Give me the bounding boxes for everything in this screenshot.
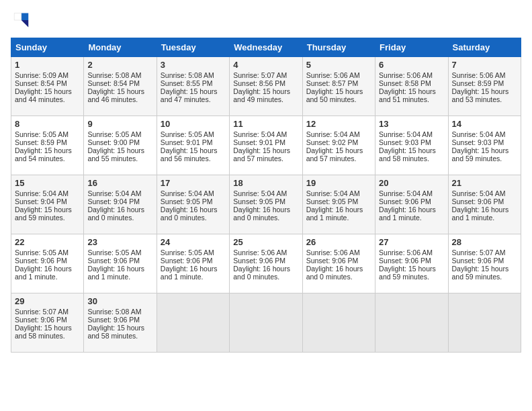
cell-info-line: and 1 minute. bbox=[379, 214, 444, 222]
cell-info-line: Sunset: 9:05 PM bbox=[161, 197, 226, 205]
cell-info-line: and 0 minutes. bbox=[233, 273, 298, 281]
cell-info-line: Sunrise: 5:09 AM bbox=[15, 71, 80, 79]
cell-info-line: Sunset: 8:54 PM bbox=[15, 79, 80, 87]
calendar-cell: 28Sunrise: 5:07 AMSunset: 9:06 PMDayligh… bbox=[448, 234, 521, 293]
cell-info-line: Sunrise: 5:05 AM bbox=[161, 248, 226, 257]
cell-info-line: Daylight: 16 hours bbox=[87, 205, 152, 214]
svg-marker-0 bbox=[21, 13, 29, 21]
cell-info-line: Daylight: 16 hours bbox=[233, 205, 298, 214]
cell-info-line: Daylight: 16 hours bbox=[15, 265, 80, 273]
cell-info-line: Sunrise: 5:07 AM bbox=[15, 308, 80, 316]
logo bbox=[11, 11, 32, 30]
cell-info-line: Daylight: 15 hours bbox=[379, 87, 444, 95]
cell-info-line: Sunrise: 5:06 AM bbox=[306, 71, 371, 79]
cell-info-line: Daylight: 16 hours bbox=[306, 205, 371, 214]
day-number: 5 bbox=[306, 60, 371, 70]
weekday-header-friday: Friday bbox=[375, 38, 448, 57]
cell-info-line: Sunset: 9:06 PM bbox=[306, 257, 371, 265]
cell-info-line: Sunset: 9:06 PM bbox=[15, 316, 80, 324]
calendar-cell bbox=[302, 293, 375, 353]
calendar-cell: 10Sunrise: 5:05 AMSunset: 9:01 PMDayligh… bbox=[157, 116, 229, 175]
cell-info-line: Daylight: 16 hours bbox=[233, 265, 298, 273]
weekday-header-wednesday: Wednesday bbox=[230, 38, 302, 57]
calendar-table: SundayMondayTuesdayWednesdayThursdayFrid… bbox=[11, 38, 521, 353]
cell-info-line: and 57 minutes. bbox=[233, 154, 298, 163]
cell-info-line: and 1 minute. bbox=[15, 273, 80, 281]
calendar-cell: 1Sunrise: 5:09 AMSunset: 8:54 PMDaylight… bbox=[11, 57, 84, 116]
day-number: 10 bbox=[161, 119, 226, 129]
day-number: 16 bbox=[87, 178, 152, 188]
svg-marker-2 bbox=[14, 13, 21, 21]
cell-info-line: Sunset: 9:05 PM bbox=[233, 197, 298, 205]
cell-info-line: Daylight: 15 hours bbox=[452, 265, 517, 273]
day-number: 23 bbox=[87, 237, 152, 247]
cell-info-line: and 49 minutes. bbox=[233, 95, 298, 103]
cell-info-line: Sunset: 9:06 PM bbox=[233, 257, 298, 265]
cell-info-line: Daylight: 15 hours bbox=[306, 146, 371, 154]
calendar-cell: 13Sunrise: 5:04 AMSunset: 9:03 PMDayligh… bbox=[375, 116, 448, 175]
day-number: 15 bbox=[15, 178, 80, 188]
weekday-header-sunday: Sunday bbox=[11, 38, 84, 57]
cell-info-line: Sunset: 9:02 PM bbox=[306, 138, 371, 146]
calendar-header: SundayMondayTuesdayWednesdayThursdayFrid… bbox=[11, 38, 521, 57]
cell-info-line: Sunset: 9:06 PM bbox=[452, 257, 517, 265]
day-number: 7 bbox=[452, 60, 517, 70]
cell-info-line: Daylight: 16 hours bbox=[87, 265, 152, 273]
calendar-body: 1Sunrise: 5:09 AMSunset: 8:54 PMDaylight… bbox=[11, 57, 521, 353]
calendar-cell: 12Sunrise: 5:04 AMSunset: 9:02 PMDayligh… bbox=[302, 116, 375, 175]
cell-info-line: Sunset: 9:06 PM bbox=[161, 257, 226, 265]
cell-info-line: Daylight: 15 hours bbox=[161, 87, 226, 95]
cell-info-line: and 59 minutes. bbox=[452, 154, 517, 163]
cell-info-line: Sunrise: 5:04 AM bbox=[306, 130, 371, 138]
calendar-cell: 11Sunrise: 5:04 AMSunset: 9:01 PMDayligh… bbox=[230, 116, 302, 175]
cell-info-line: Sunset: 9:00 PM bbox=[87, 138, 152, 146]
day-number: 6 bbox=[379, 60, 444, 70]
calendar-cell: 24Sunrise: 5:05 AMSunset: 9:06 PMDayligh… bbox=[157, 234, 229, 293]
calendar-cell: 14Sunrise: 5:04 AMSunset: 9:03 PMDayligh… bbox=[448, 116, 521, 175]
cell-info-line: Sunrise: 5:07 AM bbox=[233, 71, 298, 79]
cell-info-line: Sunset: 8:55 PM bbox=[161, 79, 226, 87]
day-number: 2 bbox=[87, 60, 152, 70]
calendar-cell: 6Sunrise: 5:06 AMSunset: 8:58 PMDaylight… bbox=[375, 57, 448, 116]
cell-info-line: Sunrise: 5:04 AM bbox=[233, 130, 298, 138]
week-row-1: 1Sunrise: 5:09 AMSunset: 8:54 PMDaylight… bbox=[11, 57, 521, 116]
cell-info-line: Sunset: 8:54 PM bbox=[87, 79, 152, 87]
cell-info-line: Daylight: 16 hours bbox=[452, 205, 517, 214]
cell-info-line: Daylight: 16 hours bbox=[379, 205, 444, 214]
cell-info-line: Sunset: 8:59 PM bbox=[15, 138, 80, 146]
cell-info-line: Sunset: 9:06 PM bbox=[87, 257, 152, 265]
cell-info-line: Daylight: 16 hours bbox=[161, 265, 226, 273]
cell-info-line: Sunrise: 5:06 AM bbox=[306, 248, 371, 257]
cell-info-line: Sunset: 8:57 PM bbox=[306, 79, 371, 87]
cell-info-line: Sunset: 8:58 PM bbox=[379, 79, 444, 87]
day-number: 26 bbox=[306, 237, 371, 247]
day-number: 20 bbox=[379, 178, 444, 188]
calendar-cell bbox=[157, 293, 229, 353]
day-number: 13 bbox=[379, 119, 444, 129]
cell-info-line: Sunrise: 5:04 AM bbox=[452, 189, 517, 197]
weekday-header-monday: Monday bbox=[84, 38, 157, 57]
cell-info-line: and 56 minutes. bbox=[161, 154, 226, 163]
cell-info-line: and 58 minutes. bbox=[87, 332, 152, 340]
week-row-3: 15Sunrise: 5:04 AMSunset: 9:04 PMDayligh… bbox=[11, 175, 521, 234]
calendar-cell: 29Sunrise: 5:07 AMSunset: 9:06 PMDayligh… bbox=[11, 293, 84, 353]
cell-info-line: Daylight: 15 hours bbox=[87, 146, 152, 154]
cell-info-line: Sunset: 9:03 PM bbox=[452, 138, 517, 146]
calendar-cell: 27Sunrise: 5:06 AMSunset: 9:06 PMDayligh… bbox=[375, 234, 448, 293]
cell-info-line: Daylight: 15 hours bbox=[306, 87, 371, 95]
cell-info-line: Sunrise: 5:04 AM bbox=[379, 130, 444, 138]
cell-info-line: and 59 minutes. bbox=[379, 273, 444, 281]
cell-info-line: Sunset: 9:03 PM bbox=[379, 138, 444, 146]
week-row-4: 22Sunrise: 5:05 AMSunset: 9:06 PMDayligh… bbox=[11, 234, 521, 293]
day-number: 1 bbox=[15, 60, 80, 70]
day-number: 17 bbox=[161, 178, 226, 188]
cell-info-line: Sunset: 9:06 PM bbox=[452, 197, 517, 205]
cell-info-line: Sunset: 9:04 PM bbox=[87, 197, 152, 205]
cell-info-line: Daylight: 15 hours bbox=[15, 205, 80, 214]
cell-info-line: Daylight: 15 hours bbox=[379, 146, 444, 154]
cell-info-line: Sunrise: 5:05 AM bbox=[87, 248, 152, 257]
cell-info-line: Sunset: 9:06 PM bbox=[15, 257, 80, 265]
calendar-cell bbox=[448, 293, 521, 353]
cell-info-line: Daylight: 15 hours bbox=[233, 87, 298, 95]
cell-info-line: and 0 minutes. bbox=[161, 214, 226, 222]
